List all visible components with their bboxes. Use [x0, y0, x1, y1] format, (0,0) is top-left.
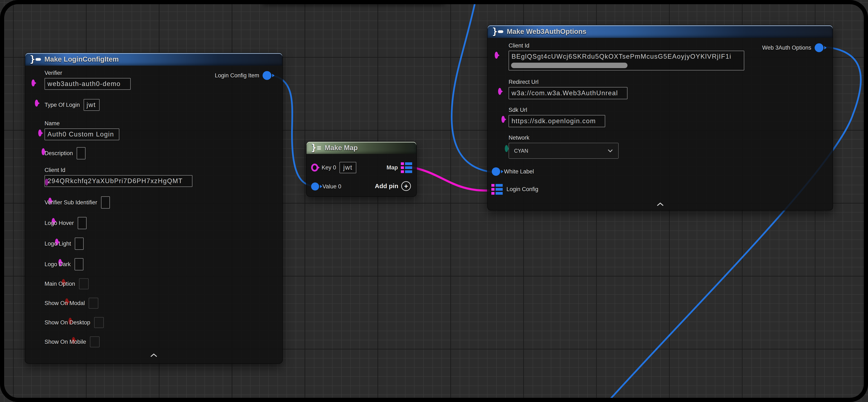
verifier-input[interactable]: web3auth-auth0-demo [44, 78, 131, 90]
chevron-up-icon[interactable] [150, 353, 158, 358]
row-key-0: Key 0 jwt [311, 162, 356, 174]
network-selected-value: CYAN [514, 148, 528, 154]
make-map-icon: }≡ [311, 143, 321, 152]
node-title: Make LoginConfigItem [44, 55, 119, 63]
type-of-login-input[interactable]: jwt [84, 99, 100, 111]
redirect-url-input[interactable]: w3a://com.w3a.Web3AuthUnreal [508, 87, 627, 99]
row-login-config: Login Config [491, 184, 538, 195]
pin-web3auth-options-output[interactable] [815, 43, 824, 52]
network-dropdown[interactable]: CYAN [508, 143, 619, 159]
output-web3auth-options: Web 3Auth Options [762, 43, 824, 52]
output-login-config-item: Login Config Item [215, 71, 271, 80]
row-description: Description [44, 147, 86, 160]
output-pin-label: Web 3Auth Options [762, 45, 811, 51]
pin-sdk-url[interactable] [501, 116, 505, 123]
horizontal-scrollbar[interactable] [511, 63, 627, 68]
client-id-input[interactable]: BEglQSgt4cUWcj6SKRdu5QkOXTsePmMcusG5EAoy… [508, 51, 744, 70]
field-label: Redirect Url [508, 79, 627, 85]
row-client-id: Client Id BEglQSgt4cUWcj6SKRdu5QkOXTsePm… [508, 42, 744, 70]
field-label: Key 0 [321, 165, 336, 171]
row-show-on-mobile: Show On Mobile [44, 336, 100, 348]
row-verifier-sub-identifier: Verifier Sub Identifier [44, 196, 110, 208]
make-struct-icon: } [492, 27, 503, 36]
output-pin-label: Map [386, 165, 398, 171]
field-label: Logo Dark [44, 261, 71, 268]
node-header-make-loginconfigitem[interactable]: } Make LoginConfigItem [25, 53, 282, 66]
logo-dark-input[interactable] [74, 258, 84, 270]
field-label: Verifier [44, 70, 131, 76]
node-make-web3authoptions[interactable]: } Make Web3AuthOptions Web 3Auth Options… [487, 25, 833, 210]
row-logo-hover: Logo Hover [44, 217, 87, 229]
logo-hover-input[interactable] [78, 217, 87, 229]
pin-name[interactable] [38, 130, 41, 137]
add-pin-plus-icon: + [401, 181, 411, 191]
row-logo-light: Logo Light [44, 237, 84, 250]
row-white-label: White Label [492, 167, 534, 177]
row-show-on-modal: Show On Modal [44, 297, 98, 309]
node-header-make-map[interactable]: }≡ Make Map [307, 142, 416, 154]
field-label: Logo Light [44, 240, 71, 247]
pin-type-of-login[interactable] [35, 100, 38, 107]
field-label: Verifier Sub Identifier [44, 199, 97, 206]
show-on-mobile-checkbox[interactable] [90, 336, 100, 347]
pin-client-id[interactable] [495, 52, 498, 59]
client-id-text: BEglQSgt4cUWcj6SKRdu5QkOXTsePmMcusG5EAoy… [512, 53, 732, 60]
field-label: Show On Desktop [44, 319, 90, 326]
show-on-desktop-checkbox[interactable] [94, 317, 104, 328]
node-header-make-web3authoptions[interactable]: } Make Web3AuthOptions [488, 25, 833, 38]
logo-light-input[interactable] [75, 237, 84, 250]
verifier-sub-identifier-input[interactable] [101, 196, 110, 208]
field-label: Sdk Url [508, 107, 605, 113]
pin-map-output[interactable] [401, 162, 412, 173]
pin-key-0[interactable] [311, 164, 318, 172]
blueprint-graph: } Make LoginConfigItem Login Config Item… [0, 0, 868, 402]
key-0-input[interactable]: jwt [339, 162, 356, 173]
client-id-input[interactable]: 294QRkchfq2YaXUbPri7D6PH7xzHgQMT [44, 175, 192, 187]
sdk-url-input[interactable]: https://sdk.openlogin.com [508, 115, 605, 127]
pin-verifier[interactable] [32, 80, 35, 86]
show-on-modal-checkbox[interactable] [89, 298, 98, 309]
pin-login-config-item-output[interactable] [262, 71, 271, 80]
wire-map-to-loginconfig[interactable] [409, 167, 490, 191]
field-label: Value 0 [322, 183, 341, 190]
offscreen-node-bottom-edge[interactable] [261, 0, 445, 3]
field-label: Logo Hover [44, 220, 74, 226]
field-label: Show On Mobile [44, 339, 86, 345]
description-input[interactable] [77, 147, 86, 160]
row-sdk-url: Sdk Url https://sdk.openlogin.com [508, 107, 605, 127]
add-pin-button[interactable]: Add pin + [375, 181, 411, 191]
field-label: Show On Modal [44, 300, 85, 307]
field-label: Type Of Login [44, 102, 80, 108]
row-client-id: Client Id 294QRkchfq2YaXUbPri7D6PH7xzHgQ… [44, 167, 192, 187]
field-label: Client Id [44, 167, 192, 173]
row-redirect-url: Redirect Url w3a://com.w3a.Web3AuthUnrea… [508, 79, 627, 99]
node-make-map[interactable]: }≡ Make Map Key 0 jwt Map Value 0 Add pi… [306, 141, 417, 197]
row-main-option: Main Option [44, 278, 89, 290]
row-type-of-login: Type Of Login jwt [44, 99, 100, 111]
row-show-on-desktop: Show On Desktop [44, 317, 104, 328]
main-option-checkbox[interactable] [79, 278, 89, 289]
make-struct-icon: } [30, 55, 41, 64]
pin-redirect-url[interactable] [498, 88, 501, 95]
output-pin-label: Login Config Item [215, 72, 259, 79]
row-name: Name Auth0 Custom Login [44, 120, 119, 140]
pin-network[interactable] [505, 145, 508, 152]
field-label: Main Option [44, 281, 75, 287]
node-title: Make Web3AuthOptions [507, 28, 586, 35]
field-label: Name [44, 120, 119, 127]
chevron-up-icon[interactable] [656, 202, 664, 207]
field-label: Network [508, 135, 619, 141]
row-verifier: Verifier web3auth-auth0-demo [44, 70, 131, 90]
field-label: Description [44, 150, 73, 156]
node-title: Make Map [324, 144, 358, 152]
row-value-0: Value 0 [311, 180, 341, 193]
field-label: White Label [504, 168, 534, 175]
row-logo-dark: Logo Dark [44, 258, 84, 270]
name-input[interactable]: Auth0 Custom Login [44, 128, 119, 140]
chevron-down-icon [607, 149, 613, 153]
node-make-loginconfigitem[interactable]: } Make LoginConfigItem Login Config Item… [25, 53, 283, 364]
pin-white-label[interactable] [492, 167, 500, 176]
pin-login-config[interactable] [491, 184, 503, 195]
field-label: Client Id [508, 42, 744, 49]
pin-value-0[interactable] [311, 182, 319, 191]
